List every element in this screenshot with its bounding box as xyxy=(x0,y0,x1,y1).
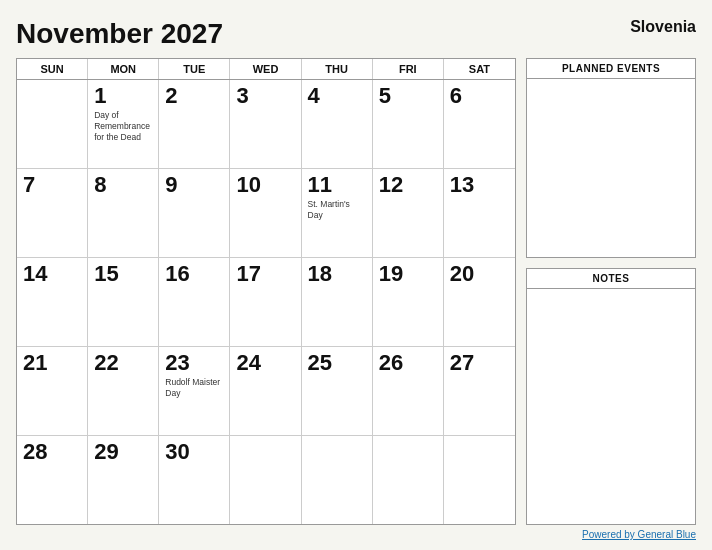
day-number: 14 xyxy=(23,262,47,286)
calendar-cell: 26 xyxy=(373,347,444,435)
calendar-cell: 23Rudolf Maister Day xyxy=(159,347,230,435)
day-number: 6 xyxy=(450,84,462,108)
calendar-cell: 13 xyxy=(444,169,515,257)
calendar-cell: 15 xyxy=(88,258,159,346)
powered-by-link[interactable]: Powered by General Blue xyxy=(582,529,696,540)
day-number: 18 xyxy=(308,262,332,286)
day-number: 7 xyxy=(23,173,35,197)
day-number: 28 xyxy=(23,440,47,464)
day-header: WED xyxy=(230,59,301,79)
day-number: 13 xyxy=(450,173,474,197)
page: November 2027 Slovenia SUNMONTUEWEDTHUFR… xyxy=(0,0,712,550)
day-number: 26 xyxy=(379,351,403,375)
day-number: 2 xyxy=(165,84,177,108)
calendar-row: 1Day of Remembrance for the Dead23456 xyxy=(17,80,515,169)
calendar-row: 212223Rudolf Maister Day24252627 xyxy=(17,347,515,436)
calendar-cell: 19 xyxy=(373,258,444,346)
day-header: SUN xyxy=(17,59,88,79)
notes-content xyxy=(527,289,695,524)
calendar-cell xyxy=(17,80,88,168)
day-header: TUE xyxy=(159,59,230,79)
calendar-cell: 8 xyxy=(88,169,159,257)
day-number: 20 xyxy=(450,262,474,286)
day-number: 11 xyxy=(308,173,332,197)
planned-events-header: PLANNED EVENTS xyxy=(527,59,695,79)
calendar-cell: 3 xyxy=(230,80,301,168)
day-number: 24 xyxy=(236,351,260,375)
holiday-label: St. Martin's Day xyxy=(308,199,366,221)
calendar-row: 7891011St. Martin's Day1213 xyxy=(17,169,515,258)
header: November 2027 Slovenia xyxy=(16,18,696,50)
calendar-cell xyxy=(230,436,301,524)
day-number: 15 xyxy=(94,262,118,286)
calendar-cell: 22 xyxy=(88,347,159,435)
country-label: Slovenia xyxy=(630,18,696,36)
calendar-cell: 7 xyxy=(17,169,88,257)
day-number: 8 xyxy=(94,173,106,197)
calendar-cell: 17 xyxy=(230,258,301,346)
day-header: SAT xyxy=(444,59,515,79)
day-number: 10 xyxy=(236,173,260,197)
calendar-cell: 30 xyxy=(159,436,230,524)
day-header: FRI xyxy=(373,59,444,79)
planned-events-content xyxy=(527,79,695,257)
calendar-cell: 11St. Martin's Day xyxy=(302,169,373,257)
day-number: 3 xyxy=(236,84,248,108)
day-number: 29 xyxy=(94,440,118,464)
calendar-cell: 24 xyxy=(230,347,301,435)
calendar: SUNMONTUEWEDTHUFRISAT 1Day of Remembranc… xyxy=(16,58,516,525)
calendar-cell: 27 xyxy=(444,347,515,435)
calendar-cell: 18 xyxy=(302,258,373,346)
calendar-cell: 29 xyxy=(88,436,159,524)
day-header: MON xyxy=(88,59,159,79)
day-number: 12 xyxy=(379,173,403,197)
day-number: 25 xyxy=(308,351,332,375)
calendar-cell: 12 xyxy=(373,169,444,257)
day-number: 1 xyxy=(94,84,106,108)
calendar-row: 14151617181920 xyxy=(17,258,515,347)
calendar-cell: 1Day of Remembrance for the Dead xyxy=(88,80,159,168)
calendar-cell: 9 xyxy=(159,169,230,257)
day-number: 16 xyxy=(165,262,189,286)
calendar-cell: 20 xyxy=(444,258,515,346)
calendar-cell xyxy=(302,436,373,524)
calendar-cell: 6 xyxy=(444,80,515,168)
holiday-label: Rudolf Maister Day xyxy=(165,377,223,399)
notes-box: NOTES xyxy=(526,268,696,525)
page-title: November 2027 xyxy=(16,18,223,50)
calendar-row: 282930 xyxy=(17,436,515,524)
holiday-label: Day of Remembrance for the Dead xyxy=(94,110,152,143)
calendar-cell: 5 xyxy=(373,80,444,168)
calendar-cell: 2 xyxy=(159,80,230,168)
calendar-cell: 4 xyxy=(302,80,373,168)
calendar-cell: 14 xyxy=(17,258,88,346)
calendar-cell: 25 xyxy=(302,347,373,435)
day-number: 17 xyxy=(236,262,260,286)
calendar-cell xyxy=(373,436,444,524)
calendar-cell: 21 xyxy=(17,347,88,435)
calendar-cell xyxy=(444,436,515,524)
day-number: 22 xyxy=(94,351,118,375)
day-number: 23 xyxy=(165,351,189,375)
notes-header: NOTES xyxy=(527,269,695,289)
day-headers: SUNMONTUEWEDTHUFRISAT xyxy=(17,59,515,80)
day-number: 5 xyxy=(379,84,391,108)
day-number: 4 xyxy=(308,84,320,108)
day-number: 9 xyxy=(165,173,177,197)
sidebar: PLANNED EVENTS NOTES xyxy=(526,58,696,525)
footer: Powered by General Blue xyxy=(16,529,696,540)
day-number: 30 xyxy=(165,440,189,464)
calendar-grid: 1Day of Remembrance for the Dead23456789… xyxy=(17,80,515,524)
day-number: 27 xyxy=(450,351,474,375)
main-content: SUNMONTUEWEDTHUFRISAT 1Day of Remembranc… xyxy=(16,58,696,525)
day-number: 19 xyxy=(379,262,403,286)
calendar-cell: 16 xyxy=(159,258,230,346)
calendar-cell: 10 xyxy=(230,169,301,257)
day-header: THU xyxy=(302,59,373,79)
planned-events-box: PLANNED EVENTS xyxy=(526,58,696,258)
calendar-cell: 28 xyxy=(17,436,88,524)
day-number: 21 xyxy=(23,351,47,375)
